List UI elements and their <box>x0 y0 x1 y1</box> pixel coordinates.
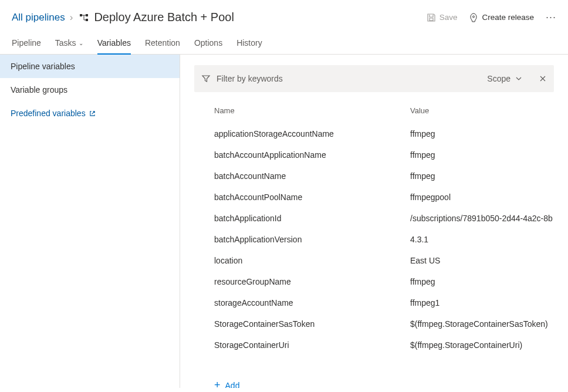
table-header: Name Value <box>194 106 554 123</box>
tab-history[interactable]: History <box>236 32 262 55</box>
filter-input[interactable] <box>217 74 487 83</box>
plus-icon: + <box>214 379 221 388</box>
close-icon[interactable] <box>539 75 547 83</box>
variable-name[interactable]: StorageContainerSasToken <box>214 319 410 329</box>
predefined-label: Predefined variables <box>11 109 86 118</box>
table-row[interactable]: batchApplicationId/subscriptions/7891b05… <box>194 208 554 229</box>
column-header-name[interactable]: Name <box>214 106 410 115</box>
add-button[interactable]: + Add <box>214 379 239 388</box>
create-release-button[interactable]: Create release <box>469 13 534 22</box>
tab-variables[interactable]: Variables <box>97 32 131 55</box>
variable-name[interactable]: resourceGroupName <box>214 277 410 286</box>
table-row[interactable]: batchAccountPoolNameffmpegpool <box>194 187 554 208</box>
sidebar: Pipeline variables Variable groups Prede… <box>0 55 180 388</box>
variable-value[interactable]: ffmpegpool <box>410 192 554 202</box>
tab-retention[interactable]: Retention <box>145 32 180 55</box>
create-release-label: Create release <box>482 13 534 22</box>
table-row[interactable]: resourceGroupNameffmpeg <box>194 271 554 292</box>
more-menu-button[interactable]: ··· <box>546 11 556 23</box>
scope-dropdown[interactable]: Scope <box>487 74 522 83</box>
save-button: Save <box>427 13 458 22</box>
table-row[interactable]: storageAccountNameffmpeg1 <box>194 292 554 313</box>
sidebar-item-variable-groups[interactable]: Variable groups <box>0 78 180 102</box>
table-row[interactable]: batchApplicationVersion4.3.1 <box>194 229 554 250</box>
variable-name[interactable]: batchAccountName <box>214 171 410 181</box>
variable-name[interactable]: applicationStorageAccountName <box>214 129 410 138</box>
sidebar-link-predefined-variables[interactable]: Predefined variables <box>0 102 180 125</box>
breadcrumb-separator: › <box>70 12 73 23</box>
save-icon <box>427 13 436 22</box>
tab-options[interactable]: Options <box>194 32 222 55</box>
tab-tasks-label: Tasks <box>55 38 76 48</box>
pipeline-icon <box>79 12 89 23</box>
table-row[interactable]: applicationStorageAccountNameffmpeg <box>194 123 554 144</box>
variable-value[interactable]: ffmpeg <box>410 277 554 286</box>
variable-value[interactable]: 4.3.1 <box>410 235 554 244</box>
add-label: Add <box>225 381 240 388</box>
variable-value[interactable]: ffmpeg1 <box>410 298 554 307</box>
filter-icon <box>201 74 211 83</box>
variable-name[interactable]: batchAccountPoolName <box>214 192 410 202</box>
variable-name[interactable]: StorageContainerUri <box>214 340 410 350</box>
variable-name[interactable]: storageAccountName <box>214 298 410 307</box>
page-header: All pipelines › Deploy Azure Batch + Poo… <box>0 0 568 32</box>
svg-rect-0 <box>80 14 82 16</box>
external-link-icon <box>89 110 96 117</box>
tabs-bar: Pipeline Tasks ⌄ Variables Retention Opt… <box>0 32 568 55</box>
tab-pipeline[interactable]: Pipeline <box>12 32 41 55</box>
scope-label: Scope <box>487 74 510 83</box>
column-header-value[interactable]: Value <box>410 106 554 115</box>
content-area: Pipeline variables Variable groups Prede… <box>0 55 568 388</box>
svg-rect-1 <box>86 14 88 16</box>
table-row[interactable]: batchAccountApplicationNameffmpeg <box>194 144 554 165</box>
tab-tasks[interactable]: Tasks ⌄ <box>55 32 83 55</box>
filter-bar: Scope <box>194 65 554 92</box>
page-title: Deploy Azure Batch + Pool <box>94 11 234 24</box>
sidebar-item-pipeline-variables[interactable]: Pipeline variables <box>0 55 180 78</box>
variable-value[interactable]: $(ffmpeg.StorageContainerSasToken) <box>410 319 554 329</box>
variable-value[interactable]: ffmpeg <box>410 129 554 138</box>
variable-value[interactable]: ffmpeg <box>410 171 554 181</box>
variable-value[interactable]: /subscriptions/7891b050-2d44-4a2c-8b <box>410 214 554 223</box>
breadcrumb-root[interactable]: All pipelines <box>12 12 65 23</box>
variable-name[interactable]: batchApplicationId <box>214 214 410 223</box>
header-actions: Save Create release ··· <box>427 11 556 23</box>
table-row[interactable]: batchAccountNameffmpeg <box>194 165 554 187</box>
table-row[interactable]: StorageContainerSasToken$(ffmpeg.Storage… <box>194 313 554 334</box>
save-label: Save <box>439 13 458 22</box>
rocket-icon <box>469 13 478 22</box>
table-row[interactable]: locationEast US <box>194 250 554 271</box>
chevron-down-icon: ⌄ <box>79 40 83 46</box>
variable-value[interactable]: $(ffmpeg.StorageContainerUri) <box>410 340 554 350</box>
table-row[interactable]: StorageContainerUri$(ffmpeg.StorageConta… <box>194 334 554 356</box>
variable-name[interactable]: batchApplicationVersion <box>214 235 410 244</box>
variable-value[interactable]: East US <box>410 256 554 265</box>
variable-name[interactable]: location <box>214 256 410 265</box>
svg-rect-2 <box>86 19 88 21</box>
variables-table: applicationStorageAccountNameffmpegbatch… <box>194 123 554 356</box>
chevron-down-icon <box>515 75 522 82</box>
variable-name[interactable]: batchAccountApplicationName <box>214 150 410 160</box>
main-panel: Scope Name Value applicationStorageAccou… <box>180 55 568 388</box>
variable-value[interactable]: ffmpeg <box>410 150 554 160</box>
